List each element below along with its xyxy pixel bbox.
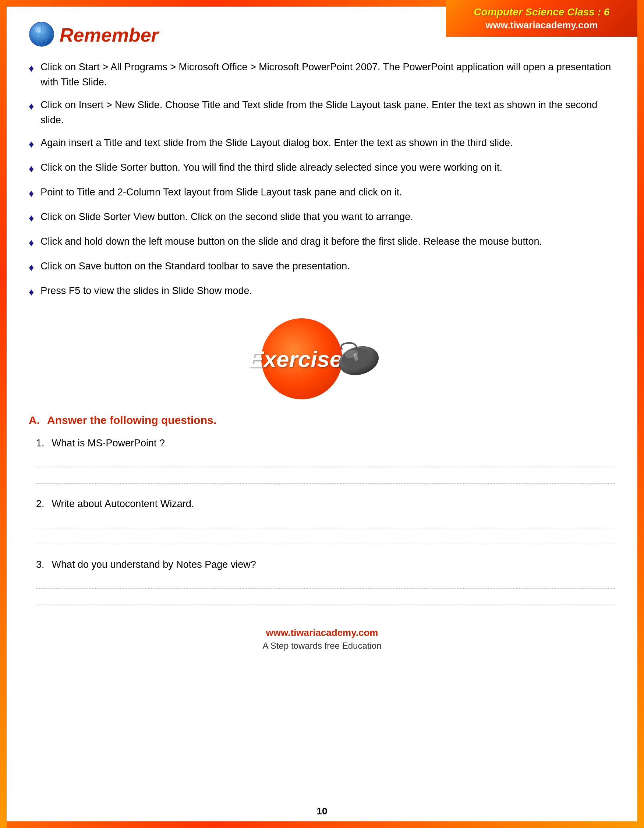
- list-item: ♦ Click on Slide Sorter View button. Cli…: [29, 209, 615, 226]
- list-item: ♦ Point to Title and 2-Column Text layou…: [29, 185, 615, 201]
- question-number-2: 2.: [36, 498, 44, 510]
- remember-globe-icon: [29, 21, 55, 49]
- answer-line[interactable]: [36, 533, 615, 544]
- remember-bullet-list: ♦ Click on Start > All Programs > Micros…: [29, 60, 615, 300]
- section-label: A. Answer the following questions.: [29, 414, 615, 427]
- exercises-badge: Exercises: [261, 318, 383, 399]
- question-label-3: What do you understand by Notes Page vie…: [52, 559, 256, 571]
- list-item: ♦ Press F5 to view the slides in Slide S…: [29, 283, 615, 300]
- footer-website: www.tiwariacademy.com: [29, 627, 615, 638]
- question-number-3: 3.: [36, 559, 44, 571]
- question-text-1: 1. What is MS-PowerPoint ?: [36, 438, 615, 449]
- list-item: ♦ Again insert a Title and text slide fr…: [29, 135, 615, 152]
- exercises-circle: Exercises: [261, 318, 342, 399]
- answer-line[interactable]: [36, 594, 615, 605]
- question-item-1: 1. What is MS-PowerPoint ?: [36, 438, 615, 483]
- bullet-icon: ♦: [29, 260, 34, 275]
- section-letter: A.: [29, 414, 40, 427]
- answer-line[interactable]: [36, 472, 615, 483]
- bullet-icon: ♦: [29, 186, 34, 201]
- main-content: Remember ♦ Click on Start > All Programs…: [6, 6, 638, 822]
- mouse-icon: [335, 342, 383, 375]
- svg-point-5: [35, 27, 41, 32]
- question-item-3: 3. What do you understand by Notes Page …: [36, 559, 615, 605]
- bullet-icon: ♦: [29, 284, 34, 300]
- bullet-icon: ♦: [29, 136, 34, 152]
- section-heading: Answer the following questions.: [47, 414, 216, 427]
- bottom-border: [0, 822, 644, 828]
- exercises-header: Exercises: [29, 318, 615, 399]
- remember-section: Remember ♦ Click on Start > All Programs…: [29, 21, 615, 300]
- question-label-1: What is MS-PowerPoint ?: [52, 438, 165, 449]
- list-item: ♦ Click on Insert > New Slide. Choose Ti…: [29, 97, 615, 127]
- bullet-icon: ♦: [29, 161, 34, 177]
- left-bar: [0, 0, 6, 828]
- bullet-icon: ♦: [29, 235, 34, 251]
- question-text-2: 2. Write about Autocontent Wizard.: [36, 498, 615, 510]
- question-item-2: 2. Write about Autocontent Wizard.: [36, 498, 615, 544]
- right-bar: [638, 0, 644, 828]
- answer-line[interactable]: [36, 456, 615, 467]
- bullet-icon: ♦: [29, 99, 34, 114]
- question-label-2: Write about Autocontent Wizard.: [52, 498, 194, 510]
- remember-header: Remember: [29, 21, 615, 49]
- question-text-3: 3. What do you understand by Notes Page …: [36, 559, 615, 571]
- list-item: ♦ Click on Start > All Programs > Micros…: [29, 60, 615, 89]
- list-item: ♦ Click on the Slide Sorter button. You …: [29, 160, 615, 177]
- footer-section: www.tiwariacademy.com A Step towards fre…: [29, 627, 615, 659]
- list-item: ♦ Click on Save button on the Standard t…: [29, 259, 615, 275]
- page-number: 10: [317, 806, 327, 817]
- bullet-icon: ♦: [29, 210, 34, 226]
- questions-list: 1. What is MS-PowerPoint ? 2. Write abou…: [29, 438, 615, 605]
- footer-tagline: A Step towards free Education: [29, 641, 615, 651]
- answer-line[interactable]: [36, 517, 615, 528]
- remember-title: Remember: [60, 24, 158, 46]
- question-number-1: 1.: [36, 438, 44, 449]
- answer-line[interactable]: [36, 578, 615, 589]
- bullet-icon: ♦: [29, 61, 34, 76]
- list-item: ♦ Click and hold down the left mouse but…: [29, 234, 615, 251]
